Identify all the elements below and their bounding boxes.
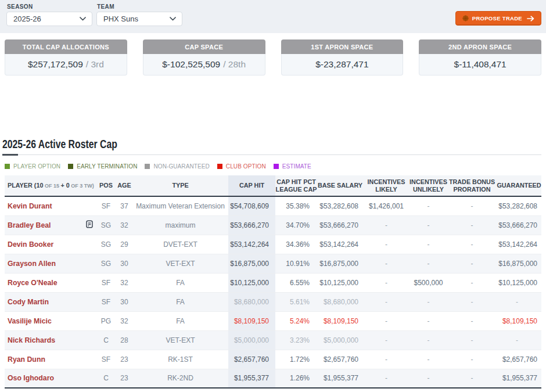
cell-incentives-likely: - — [363, 235, 410, 254]
cell-pos: SF — [96, 196, 116, 215]
cell-cap-hit: $1,955,377 — [228, 369, 275, 388]
cell-guaranteed: - — [497, 292, 541, 311]
cell-trade-bonus: - — [447, 369, 497, 388]
cell-base-salary: $1,955,377 — [317, 369, 363, 388]
player-name-link[interactable]: Oso Ighodaro — [8, 374, 54, 382]
cell-pos: C — [96, 330, 116, 350]
player-name-link[interactable]: Grayson Allen — [8, 260, 56, 268]
arrow-right-icon — [527, 16, 534, 21]
player-header-count: PLAYER (10 — [8, 182, 43, 189]
cell-cap-pct: 10.91% — [275, 254, 317, 273]
cell-incentives-likely: - — [363, 311, 410, 330]
propose-trade-button[interactable]: PROPOSE TRADE — [455, 11, 541, 26]
cell-type: VET-EXT — [132, 330, 228, 350]
card-1st-apron-space: 1ST APRON SPACE $-23,287,471 — [281, 39, 404, 75]
cell-age: 29 — [116, 235, 132, 254]
player-name-link[interactable]: Royce O'Neale — [8, 279, 58, 287]
cell-guaranteed: $53,282,608 — [497, 196, 541, 215]
cell-guaranteed: $2,657,760 — [497, 350, 541, 369]
card-title: CAP SPACE — [185, 44, 223, 51]
cell-cap-pct: 5.24% — [275, 311, 317, 330]
roster-row: Devin BookerSG29DVET-EXT$53,142,26434.36… — [5, 235, 541, 254]
cell-cap-hit: $2,657,760 — [228, 350, 275, 369]
season-filter: SEASON 2025-26 — [6, 3, 92, 26]
cell-incentives-likely: - — [363, 330, 410, 350]
player-name-link[interactable]: Nick Richards — [8, 336, 55, 344]
player-name-link[interactable]: Kevin Durant — [8, 202, 52, 210]
player-header-of: OF 3 TW) — [70, 183, 94, 189]
team-filter: TEAM PHX Suns — [96, 3, 182, 26]
column-header-base-salary[interactable]: BASE SALARY — [317, 175, 363, 196]
player-header-count: + 0 — [60, 182, 69, 189]
cell-type: Maximum Veteran Extension — [132, 196, 228, 215]
cell-type: FA — [132, 292, 228, 311]
column-header-incentives-unlikely[interactable]: INCENTIVES UNLIKELY — [410, 175, 447, 196]
card-title: TOTAL CAP ALLOCATIONS — [23, 44, 109, 51]
player-name-link[interactable]: Bradley Beal — [8, 221, 51, 229]
player-cell: Vasilije Micic — [5, 311, 96, 330]
cell-pos: SG — [96, 235, 116, 254]
column-header-cap-pct[interactable]: CAP HIT PCT LEAGUE CAP — [275, 175, 317, 196]
column-header-cap-hit[interactable]: CAP HIT — [228, 175, 275, 196]
player-name-link[interactable]: Ryan Dunn — [8, 355, 45, 364]
table-header-row: PLAYER (10 OF 15 + 0 OF 3 TW) POS AGE TY… — [5, 175, 541, 196]
team-select[interactable]: PHX Suns — [96, 12, 182, 26]
player-name-link[interactable]: Cody Martin — [8, 298, 49, 306]
cell-incentives-likely: $1,426,001 — [363, 196, 410, 215]
cell-cap-hit: $53,666,270 — [228, 215, 275, 235]
legend-label: NON-GUARANTEED — [153, 163, 209, 170]
column-header-player[interactable]: PLAYER (10 OF 15 + 0 OF 3 TW) — [5, 175, 96, 196]
season-select[interactable]: 2025-26 — [6, 12, 92, 26]
cell-cap-pct: 5.61% — [275, 292, 317, 311]
legend-item-club-option: CLUB OPTION — [217, 163, 266, 170]
cell-type: FA — [132, 273, 228, 292]
cell-trade-bonus: - — [447, 215, 497, 235]
cell-cap-pct: 6.55% — [275, 273, 317, 292]
legend-label: CLUB OPTION — [226, 163, 266, 170]
cell-incentives-likely: - — [363, 254, 410, 273]
chevron-down-icon — [80, 17, 86, 21]
column-header-pos[interactable]: POS — [96, 175, 116, 196]
roster-row: Vasilije MicicPG32FA$8,109,1505.24%$8,10… — [5, 311, 541, 330]
cell-base-salary: $53,282,608 — [317, 196, 363, 215]
cell-incentives-likely: - — [363, 350, 410, 369]
cell-incentives-unlikely: - — [410, 330, 447, 350]
contract-note-icon[interactable] — [86, 220, 93, 228]
cell-trade-bonus: - — [447, 311, 497, 330]
player-name-link[interactable]: Devin Booker — [8, 240, 53, 249]
cell-type: DVET-EXT — [132, 235, 228, 254]
cell-base-salary: $10,125,000 — [317, 273, 363, 292]
player-name-link[interactable]: Vasilije Micic — [8, 317, 52, 325]
title-underline — [2, 154, 541, 156]
roster-title: 2025-26 Active Roster Cap — [2, 138, 428, 151]
cell-age: 30 — [116, 254, 132, 273]
cell-incentives-unlikely: - — [410, 254, 447, 273]
roster-row: Cody MartinSF30FA$8,680,0005.61%$8,680,0… — [5, 292, 541, 311]
card-value: $-102,525,509 — [162, 59, 220, 70]
player-cell: Royce O'Neale — [5, 273, 96, 292]
cell-trade-bonus: - — [447, 235, 497, 254]
cell-incentives-likely: - — [363, 292, 410, 311]
cell-incentives-unlikely: - — [410, 196, 447, 215]
legend-item-estimate: ESTIMATE — [274, 163, 311, 170]
roster-row: Nick RichardsC28VET-EXT$5,000,0003.23%$5… — [5, 330, 541, 350]
legend-item-non-guaranteed: NON-GUARANTEED — [145, 163, 209, 170]
player-cell: Devin Booker — [5, 235, 96, 254]
column-header-incentives-likely[interactable]: INCENTIVES LIKELY — [363, 175, 410, 196]
cell-pos: SF — [96, 350, 116, 369]
legend-swatch-icon — [145, 164, 150, 169]
cell-base-salary: $16,875,000 — [317, 254, 363, 273]
legend-swatch-icon — [68, 164, 73, 169]
legend-label: PLAYER OPTION — [13, 163, 60, 170]
cell-cap-pct: 3.23% — [275, 330, 317, 350]
column-header-type[interactable]: TYPE — [132, 175, 228, 196]
card-value: $-11,408,471 — [454, 59, 507, 70]
column-header-trade-bonus[interactable]: TRADE BONUS PRORATION — [447, 175, 497, 196]
column-header-guaranteed[interactable]: GUARANTEED — [497, 175, 541, 196]
cell-pos: SG — [96, 254, 116, 273]
cell-guaranteed: $1,955,377 — [497, 369, 541, 388]
cell-incentives-unlikely: $500,000 — [410, 273, 447, 292]
cell-incentives-likely: - — [363, 369, 410, 388]
column-header-age[interactable]: AGE — [116, 175, 132, 196]
season-label: SEASON — [7, 3, 92, 10]
